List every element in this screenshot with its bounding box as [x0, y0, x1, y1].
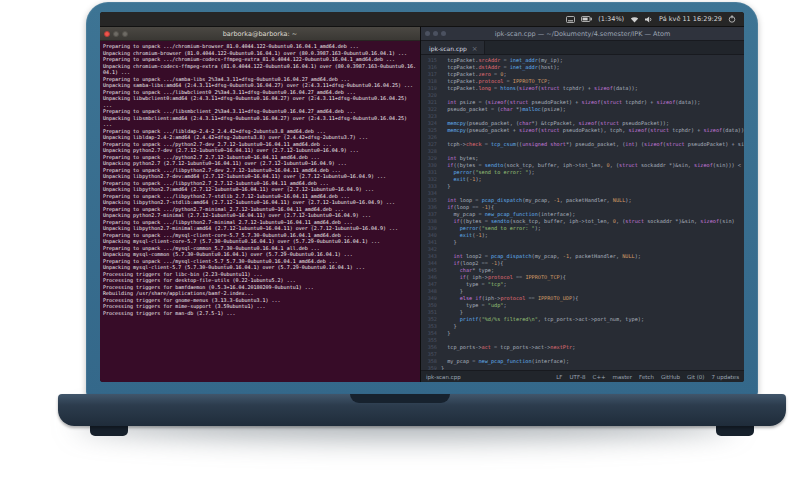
line-number: 351: [421, 309, 441, 316]
terminal-title: barborka@barborka: ~: [223, 30, 298, 38]
code-line: 347 type = "tcp";: [421, 281, 744, 288]
line-number: 335: [421, 197, 441, 204]
wifi-icon[interactable]: [630, 16, 639, 23]
atom-window-title: ipk-scan.cpp — ~/Dokumenty/4.semester/IP…: [495, 30, 671, 38]
clock-text[interactable]: Pá kvě 11 16:29:29: [659, 15, 722, 23]
code-line: 337 my_pcap = new_pcap_function(interfac…: [421, 211, 744, 218]
code-line: 343 int loop2 = pcap_dispatch(my_pcap, -…: [421, 253, 744, 260]
status-item[interactable]: C++: [593, 374, 606, 380]
power-icon[interactable]: [728, 15, 736, 23]
code-text: int loop2 = pcap_dispatch(my_pcap, -1, p…: [441, 253, 641, 260]
battery-status-text[interactable]: (1:34%): [598, 15, 624, 23]
line-number: 358: [421, 358, 441, 365]
tab-close-icon[interactable]: ×: [472, 45, 478, 53]
terminal-window-buttons: [104, 31, 128, 37]
code-text: }: [441, 183, 450, 190]
code-line: 319 tcpPacket.long = htons(sizeof(struct…: [421, 85, 744, 92]
code-text: perror("send to error: ");: [441, 225, 541, 232]
code-line: 351 }: [421, 309, 744, 316]
keyboard-layout-icon[interactable]: [566, 16, 575, 23]
terminal-line: Unpacking libpython2.7:amd64 (2.7.12-1ub…: [103, 186, 417, 193]
close-button[interactable]: [104, 31, 110, 37]
code-line: 336 if(loop == -1){: [421, 204, 744, 211]
tab-ipk-scan-cpp[interactable]: ipk-scan.cpp ×: [421, 41, 485, 54]
code-text: int psize = (sizeof(struct pseudoPacket)…: [441, 99, 700, 106]
code-line: 342: [421, 246, 744, 253]
code-line: 349 else if(iph->protocol == IPPROTO_UDP…: [421, 295, 744, 302]
code-text: tcpPacket.srcAddr = inet_addr(my_ip);: [441, 57, 563, 64]
terminal-line: Unpacking samba-libs:amd64 (2:4.3.11+dfs…: [103, 82, 417, 89]
code-text: perror("send to error: ");: [441, 169, 535, 176]
code-line: 354 }: [421, 330, 744, 337]
code-line: 340 exit(-1);: [421, 232, 744, 239]
volume-icon[interactable]: [645, 16, 653, 23]
line-number: 340: [421, 232, 441, 239]
code-line: 325 memcpy(pseudo_packet + sizeof(struct…: [421, 127, 744, 134]
code-line: 320: [421, 92, 744, 99]
line-number: 330: [421, 162, 441, 169]
line-number: 322: [421, 106, 441, 113]
line-number: 324: [421, 120, 441, 127]
line-number: 346: [421, 274, 441, 281]
atom-window-buttons: [425, 31, 446, 36]
close-button[interactable]: [425, 31, 430, 36]
code-text: printf("%d/%s filtered\n", tcp_ports->ac…: [441, 316, 644, 323]
status-item[interactable]: ipk-scan.cpp: [426, 374, 461, 380]
laptop-hinge-notch: [350, 394, 450, 403]
code-line: 339 perror("send to error: ");: [421, 225, 744, 232]
desktop-windows: barborka@barborka: ~ Preparing to unpack…: [100, 27, 744, 382]
code-line: 338 if((bytes = sendto(sock_tcp, buffer,…: [421, 218, 744, 225]
code-line: 355: [421, 337, 744, 344]
atom-titlebar[interactable]: ipk-scan.cpp — ~/Dokumenty/4.semester/IP…: [421, 27, 744, 41]
code-text: tcpPacket.protocol = IPPROTO_TCP;: [441, 78, 550, 85]
status-item[interactable]: UTF-8: [570, 374, 586, 380]
status-item[interactable]: LF: [556, 374, 562, 380]
code-line: 326: [421, 134, 744, 141]
code-text: tcpPacket.dstAddr = inet_addr(host);: [441, 64, 560, 71]
code-line: 352 printf("%d/%s filtered\n", tcp_ports…: [421, 316, 744, 323]
terminal-output[interactable]: Preparing to unpack .../chromium-browser…: [100, 41, 420, 382]
line-number: 315: [421, 57, 441, 64]
line-number: 333: [421, 183, 441, 190]
code-text: }: [441, 288, 463, 295]
terminal-line: Unpacking libpython2.7-dev:amd64 (2.7.12…: [103, 173, 417, 180]
code-line: 356 tcp_ports->act = tcp_ports->act->nex…: [421, 344, 744, 351]
atom-tab-bar: ipk-scan.cpp ×: [421, 41, 744, 55]
maximize-button[interactable]: [441, 31, 446, 36]
code-text: if( iph->protocol == IPPROTO_TCP){: [441, 274, 566, 281]
battery-icon[interactable]: [581, 16, 592, 22]
line-number: 325: [421, 127, 441, 134]
line-number: 328: [421, 148, 441, 155]
code-editor-area[interactable]: 315 tcpPacket.srcAddr = inet_addr(my_ip)…: [421, 55, 744, 370]
minimize-button[interactable]: [113, 31, 119, 37]
code-text: memcpy(pseudo_packet + sizeof(struct pse…: [441, 127, 744, 134]
terminal-line: Unpacking libpython2.7-stdlib:amd64 (2.7…: [103, 199, 417, 206]
code-text: tcpPacket.zero = 0;: [441, 71, 507, 78]
line-number: 347: [421, 281, 441, 288]
minimize-button[interactable]: [433, 31, 438, 36]
code-line: 350 type = "udp";: [421, 302, 744, 309]
code-line: 330 if((bytes = sendto(sock_tcp, buffer,…: [421, 162, 744, 169]
line-number: 334: [421, 190, 441, 197]
code-line: 335 int loop = pcap_dispatch(my_pcap, -1…: [421, 197, 744, 204]
status-item[interactable]: 7 updates: [712, 374, 740, 380]
status-item[interactable]: Fetch: [639, 374, 654, 380]
code-line: 344 if(loop2 == -1){: [421, 260, 744, 267]
code-line: 341 }: [421, 239, 744, 246]
line-number: 357: [421, 351, 441, 358]
line-number: 345: [421, 267, 441, 274]
laptop-screen: (1:34%) Pá kvě 11 16:29:29 barborka@barb…: [100, 12, 744, 382]
code-text: else if(iph->protocol == IPPROTO_UDP){: [441, 295, 578, 302]
status-item[interactable]: GitHub: [661, 374, 680, 380]
code-line: 322 pseudo_packet = (char *)malloc(psize…: [421, 106, 744, 113]
code-line: 315 tcpPacket.srcAddr = inet_addr(my_ip)…: [421, 57, 744, 64]
status-item[interactable]: Git (0): [687, 374, 705, 380]
line-number: 355: [421, 337, 441, 344]
terminal-titlebar[interactable]: barborka@barborka: ~: [100, 27, 420, 41]
line-number: 316: [421, 64, 441, 71]
code-line: 329 int bytes;: [421, 155, 744, 162]
code-line: 328: [421, 148, 744, 155]
maximize-button[interactable]: [122, 31, 128, 37]
atom-editor-window: ipk-scan.cpp — ~/Dokumenty/4.semester/IP…: [421, 27, 744, 382]
status-item[interactable]: master: [613, 374, 632, 380]
